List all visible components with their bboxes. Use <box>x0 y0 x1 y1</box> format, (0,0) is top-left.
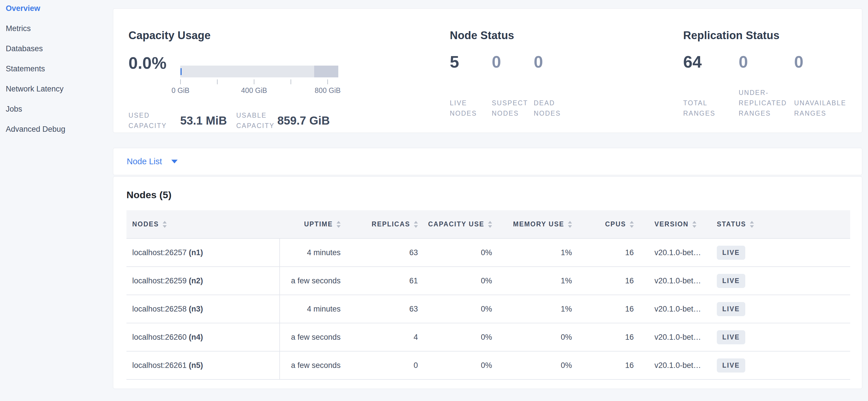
status-badge: LIVE <box>717 246 745 260</box>
table-row: localhost:26260 (n4) a few seconds 4 0% … <box>126 323 850 351</box>
cpus-cell: 16 <box>578 323 640 351</box>
table-header-row: NODES UPTIME REPLICAS CAPACITY USE MEMOR… <box>126 210 850 238</box>
capacity-use-cell: 0% <box>424 295 498 323</box>
sidebar-item-statements[interactable]: Statements <box>6 65 113 73</box>
column-header-status[interactable]: STATUS <box>707 210 850 238</box>
sort-icon <box>568 221 572 228</box>
uptime-cell: a few seconds <box>280 351 346 379</box>
capacity-use-cell: 0% <box>424 238 498 267</box>
gauge-tick <box>254 79 254 84</box>
uptime-cell: 4 minutes <box>280 238 346 267</box>
gauge-tick <box>290 79 291 84</box>
capacity-use-cell: 0% <box>424 267 498 295</box>
view-selector-card: Node List <box>113 148 862 175</box>
node-address-link[interactable]: localhost:26261 <box>132 361 187 370</box>
replicas-cell: 0 <box>346 351 424 379</box>
uptime-cell: a few seconds <box>280 323 346 351</box>
status-cell: LIVE <box>707 295 850 323</box>
column-header-capacity-use[interactable]: CAPACITY USE <box>424 210 498 238</box>
gauge-tick <box>328 79 328 84</box>
node-id: (n4) <box>189 333 203 341</box>
gauge-tick <box>180 79 181 84</box>
usable-capacity-label: USABLE CAPACITY <box>236 110 277 131</box>
status-badge: LIVE <box>717 330 745 344</box>
capacity-usage-section: Capacity Usage 0.0% 0 GiB <box>113 9 443 133</box>
node-id: (n1) <box>189 248 203 257</box>
status-badge: LIVE <box>717 302 745 316</box>
uptime-cell: 4 minutes <box>280 295 346 323</box>
used-capacity-label: USED CAPACITY <box>128 110 180 131</box>
sort-icon <box>630 221 634 228</box>
uptime-cell: a few seconds <box>280 267 346 295</box>
sort-icon <box>488 221 492 228</box>
node-address-link[interactable]: localhost:26260 <box>132 333 187 341</box>
cpus-cell: 16 <box>578 238 640 267</box>
node-address-link[interactable]: localhost:26258 <box>132 305 187 313</box>
sidebar-item-metrics[interactable]: Metrics <box>6 25 113 32</box>
table-row: localhost:26258 (n3) 4 minutes 63 0% 1% … <box>126 295 850 323</box>
main-content: Capacity Usage 0.0% 0 GiB <box>113 0 868 401</box>
sidebar-item-advanced-debug[interactable]: Advanced Debug <box>6 125 113 133</box>
gauge-tick <box>217 79 218 84</box>
status-cell: LIVE <box>707 238 850 267</box>
replicas-cell: 4 <box>346 323 424 351</box>
status-badge: LIVE <box>717 359 745 373</box>
table-row: localhost:26257 (n1) 4 minutes 63 0% 1% … <box>126 238 850 267</box>
node-status-section: Node Status 5 0 0 LIVE NODES SUSPECT NOD… <box>443 9 676 133</box>
under-replicated-ranges-label: UNDER- REPLICATED RANGES <box>739 87 794 118</box>
capacity-gauge-used-marker <box>181 68 182 75</box>
sort-icon <box>337 221 341 228</box>
status-cell: LIVE <box>707 323 850 351</box>
version-cell: v20.1.0-bet… <box>640 295 707 323</box>
replicas-cell: 63 <box>346 295 424 323</box>
node-id: (n3) <box>189 305 203 313</box>
column-header-version[interactable]: VERSION <box>640 210 707 238</box>
used-capacity-value: 53.1 MiB <box>180 114 236 127</box>
nodes-table-card: Nodes (5) NODES UPTIME REPLICAS CAPACITY… <box>113 176 862 389</box>
column-header-cpus[interactable]: CPUS <box>578 210 640 238</box>
gauge-tick-label: 800 GiB <box>315 86 341 95</box>
cluster-summary-card: Capacity Usage 0.0% 0 GiB <box>113 8 862 133</box>
sort-icon <box>750 221 754 228</box>
suspect-nodes-label: SUSPECT NODES <box>492 98 534 118</box>
sidebar-item-overview[interactable]: Overview <box>6 5 113 12</box>
column-header-memory-use[interactable]: MEMORY USE <box>498 210 578 238</box>
node-id: (n2) <box>189 277 203 285</box>
nodes-table-title: Nodes (5) <box>126 189 850 200</box>
cpus-cell: 16 <box>578 267 640 295</box>
nodes-table: NODES UPTIME REPLICAS CAPACITY USE MEMOR… <box>126 210 850 380</box>
total-ranges-value: 64 <box>683 52 739 72</box>
cpus-cell: 16 <box>578 351 640 379</box>
sidebar-item-jobs[interactable]: Jobs <box>6 105 113 113</box>
column-header-replicas[interactable]: REPLICAS <box>346 210 424 238</box>
table-row: localhost:26261 (n5) a few seconds 0 0% … <box>126 351 850 379</box>
node-list-dropdown[interactable]: Node List <box>127 157 178 166</box>
sort-icon <box>692 221 696 228</box>
capacity-use-cell: 0% <box>424 323 498 351</box>
node-list-dropdown-label: Node List <box>127 157 162 166</box>
unavailable-ranges-label: UNAVAILABLE RANGES <box>794 98 849 118</box>
live-nodes-value: 5 <box>450 52 492 72</box>
dead-nodes-value: 0 <box>534 52 576 72</box>
memory-use-cell: 1% <box>498 267 578 295</box>
memory-use-cell: 1% <box>498 295 578 323</box>
usable-capacity-value: 859.7 GiB <box>277 114 330 127</box>
unavailable-ranges-value: 0 <box>794 52 849 72</box>
column-header-nodes[interactable]: NODES <box>126 210 280 238</box>
node-id: (n5) <box>189 361 203 370</box>
version-cell: v20.1.0-bet… <box>640 351 707 379</box>
status-badge: LIVE <box>717 274 745 288</box>
suspect-nodes-value: 0 <box>492 52 534 72</box>
sort-icon <box>163 221 167 228</box>
sidebar-item-databases[interactable]: Databases <box>6 45 113 53</box>
capacity-gauge-nonusable-segment <box>314 65 338 77</box>
node-address-link[interactable]: localhost:26257 <box>132 248 187 257</box>
node-address-link[interactable]: localhost:26259 <box>132 277 187 285</box>
version-cell: v20.1.0-bet… <box>640 238 707 267</box>
version-cell: v20.1.0-bet… <box>640 267 707 295</box>
capacity-use-cell: 0% <box>424 351 498 379</box>
replicas-cell: 63 <box>346 238 424 267</box>
sidebar-item-network-latency[interactable]: Network Latency <box>6 85 113 93</box>
version-cell: v20.1.0-bet… <box>640 323 707 351</box>
column-header-uptime[interactable]: UPTIME <box>280 210 346 238</box>
